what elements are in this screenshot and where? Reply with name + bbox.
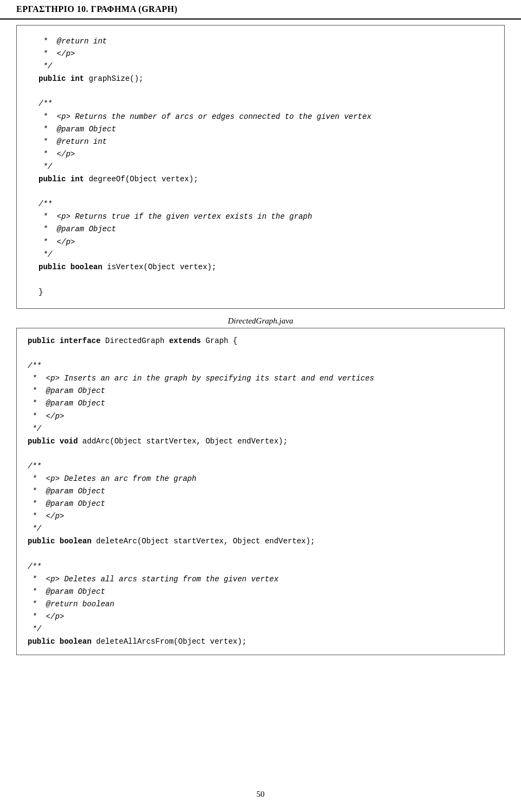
section2-code: public interface DirectedGraph extends G… xyxy=(28,335,493,648)
code-line: */ xyxy=(39,161,482,173)
page-footer: 50 xyxy=(0,790,521,799)
code-line: /** xyxy=(39,198,482,211)
section2-label: DirectedGraph.java xyxy=(0,316,521,326)
code-line: */ xyxy=(39,60,482,73)
code-line xyxy=(39,274,482,286)
code-line: * </p> xyxy=(28,410,493,423)
code-line: * @return int xyxy=(39,136,482,148)
code-line: * @param Object xyxy=(28,498,493,510)
code-line: * <p> Deletes all arcs starting from the… xyxy=(28,573,493,586)
code-line: * @param Object xyxy=(39,223,482,236)
section1-code: * @return int * </p> */public int graphS… xyxy=(17,26,504,308)
code-line: * @return int xyxy=(39,35,482,48)
code-line xyxy=(28,548,493,561)
code-line: public int degreeOf(Object vertex); xyxy=(39,173,482,186)
code-line: */ xyxy=(28,523,493,535)
code-line: */ xyxy=(39,249,482,261)
code-line: * <p> Inserts an arc in the graph by spe… xyxy=(28,372,493,385)
code-line: public boolean deleteAllArcsFrom(Object … xyxy=(28,636,493,648)
code-line xyxy=(39,85,482,98)
code-line: * @param Object xyxy=(28,397,493,410)
code-line: * </p> xyxy=(28,510,493,523)
code-line: * <p> Returns true if the given vertex e… xyxy=(39,211,482,223)
code-line xyxy=(39,186,482,198)
code-line: public boolean deleteArc(Object startVer… xyxy=(28,535,493,548)
code-line: * </p> xyxy=(28,611,493,623)
header-title: ΕΡΓΑΣΤΗΡΙΟ 10. ΓΡΑΦΗΜΑ (GRAPH) xyxy=(16,4,177,14)
code-line: /** xyxy=(28,561,493,573)
section2-box: public interface DirectedGraph extends G… xyxy=(16,328,505,655)
code-line: * @param Object xyxy=(39,123,482,136)
code-line: * <p> Returns the number of arcs or edge… xyxy=(39,111,482,123)
code-line: * @param Object xyxy=(28,385,493,397)
page-header: ΕΡΓΑΣΤΗΡΙΟ 10. ΓΡΑΦΗΜΑ (GRAPH) xyxy=(0,0,521,20)
code-line: */ xyxy=(28,623,493,636)
code-line: public void addArc(Object startVertex, O… xyxy=(28,435,493,448)
code-line: * </p> xyxy=(39,48,482,60)
code-line: public boolean isVertex(Object vertex); xyxy=(39,261,482,274)
code-line: /** xyxy=(39,98,482,110)
code-line: * <p> Deletes an arc from the graph xyxy=(28,473,493,485)
code-line: * @param Object xyxy=(28,586,493,598)
code-line xyxy=(28,347,493,360)
code-line: } xyxy=(39,286,482,299)
section1-box: * @return int * </p> */public int graphS… xyxy=(16,25,505,309)
code-line: /** xyxy=(28,460,493,473)
code-line: * @param Object xyxy=(28,485,493,498)
code-line: * </p> xyxy=(39,148,482,161)
code-line: public int graphSize(); xyxy=(39,73,482,85)
code-line: */ xyxy=(28,423,493,435)
code-line: * @return boolean xyxy=(28,598,493,611)
code-line: /** xyxy=(28,360,493,372)
code-line: public interface DirectedGraph extends G… xyxy=(28,335,493,347)
page-number: 50 xyxy=(257,790,265,798)
code-line xyxy=(28,448,493,460)
code-line: * </p> xyxy=(39,236,482,249)
